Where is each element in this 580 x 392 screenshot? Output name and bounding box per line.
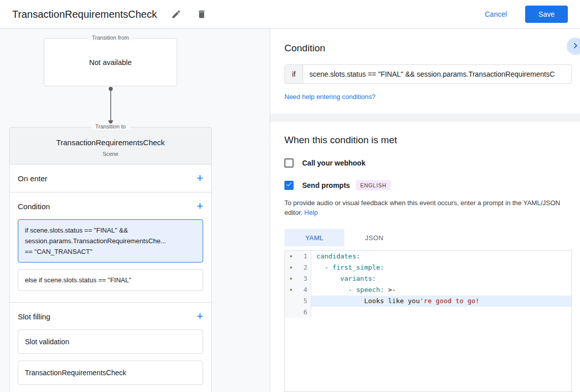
help-link[interactable]: Help (304, 209, 318, 216)
webhook-row: Call your webhook (284, 158, 572, 168)
condition-input-row: if (284, 64, 572, 84)
send-prompts-row: Send prompts ENGLISH (284, 180, 572, 190)
transition-from-box: Transition from Not available (44, 38, 177, 86)
fold-arrow-icon[interactable]: ▾ (285, 251, 297, 262)
fold-arrow-icon[interactable]: ▾ (285, 273, 297, 284)
page-title: TransactionRequirementsCheck (12, 9, 157, 20)
add-slot-icon[interactable]: + (197, 312, 203, 321)
transition-from-label: Transition from (88, 35, 133, 41)
condition-editor-panel: Condition if Need help entering conditio… (270, 29, 580, 392)
editor-tabs: YAMLJSON (284, 229, 572, 246)
code-line[interactable]: 6 (285, 307, 571, 318)
slot-filling-label: Slot filling (18, 312, 50, 321)
condition-item[interactable]: if scene.slots.status == "FINAL" &&sessi… (18, 219, 203, 263)
code-line[interactable]: 5 Looks like you're good to go! (285, 296, 571, 307)
scene-type-label: Scene (18, 151, 203, 157)
line-number: 1 (297, 251, 311, 262)
title-group: TransactionRequirementsCheck (12, 8, 208, 20)
fold-arrow-icon[interactable]: ▾ (285, 284, 297, 296)
condition-section-label: Condition (18, 202, 50, 211)
code-line[interactable]: ▾2 - first_simple: (285, 262, 571, 273)
code-text: Looks like you're good to go! (311, 296, 571, 307)
language-badge: ENGLISH (356, 180, 391, 190)
code-line[interactable]: ▾4 - speech: >- (285, 284, 571, 296)
chevron-right-icon (570, 40, 580, 53)
trash-icon (197, 9, 207, 19)
code-editor[interactable]: ▾1candidates:▾2 - first_simple:▾3 varian… (284, 250, 572, 392)
line-number: 6 (297, 307, 311, 318)
line-number: 2 (297, 262, 311, 273)
slot-filling-item[interactable]: Slot validation (18, 330, 203, 354)
scene-graph-panel: Transition from Not available Transition… (0, 29, 270, 392)
prompt-description-text: To provide audio or visual feedback when… (284, 199, 560, 216)
slot-filling-section: Slot filling + Slot validationTransactio… (10, 303, 211, 392)
webhook-label: Call your webhook (302, 159, 365, 167)
if-label: if (285, 65, 303, 83)
condition-item[interactable]: else if scene.slots.status == "FINAL" (18, 269, 203, 291)
condition-editor-title: Condition (284, 43, 572, 54)
fold-gutter (285, 296, 297, 307)
check-icon (285, 181, 293, 190)
header-actions: Cancel Save (485, 6, 568, 23)
add-on-enter-icon[interactable]: + (197, 174, 203, 183)
condition-section: Condition + if scene.slots.status == "FI… (10, 192, 211, 303)
send-prompts-checkbox[interactable] (284, 181, 294, 190)
section-divider (270, 114, 580, 122)
tab-json[interactable]: JSON (344, 229, 404, 246)
edit-title-button[interactable] (170, 8, 182, 20)
slot-filling-item[interactable]: TransactionRequirementsCheck (18, 361, 203, 385)
add-condition-icon[interactable]: + (197, 202, 203, 211)
transition-from-value: Not available (89, 58, 132, 67)
on-enter-section[interactable]: On enter + (10, 165, 211, 192)
tab-yaml[interactable]: YAML (284, 229, 344, 246)
transition-to-label: Transition to (91, 123, 130, 129)
code-text: - first_simple: (311, 262, 571, 273)
code-text: candidates: (311, 251, 571, 262)
code-text (311, 307, 571, 318)
webhook-checkbox[interactable] (284, 158, 294, 168)
code-line[interactable]: ▾1candidates: (285, 251, 571, 262)
slot-item-list: Slot validationTransactionRequirementsCh… (18, 330, 203, 385)
transition-to-card: Transition to TransactionRequirementsChe… (9, 127, 212, 392)
condition-editor-section: Condition if Need help entering conditio… (270, 29, 580, 114)
code-text: variants: (311, 273, 571, 284)
when-condition-title: When this condition is met (284, 135, 572, 146)
collapse-panel-button[interactable] (567, 38, 580, 55)
delete-scene-button[interactable] (196, 8, 208, 20)
transition-arrow-icon (9, 86, 212, 127)
top-bar: TransactionRequirementsCheck Cancel Save (0, 0, 580, 29)
condition-expression-input[interactable] (303, 65, 571, 83)
pencil-icon (171, 9, 181, 19)
line-number: 3 (297, 273, 311, 284)
prompt-description: To provide audio or visual feedback when… (284, 198, 572, 217)
code-line[interactable]: ▾3 variants: (285, 273, 571, 284)
scene-name: TransactionRequirementsCheck (18, 138, 203, 147)
cancel-button[interactable]: Cancel (485, 10, 507, 18)
save-button[interactable]: Save (525, 6, 568, 23)
condition-item-list: if scene.slots.status == "FINAL" &&sessi… (18, 219, 203, 291)
fold-arrow-icon[interactable]: ▾ (285, 262, 297, 273)
condition-help-link[interactable]: Need help entering conditions? (284, 93, 375, 101)
app-window: TransactionRequirementsCheck Cancel Save… (0, 0, 580, 392)
line-number: 5 (297, 296, 311, 307)
line-number: 4 (297, 284, 311, 296)
fold-gutter (285, 307, 297, 318)
on-enter-label: On enter (18, 174, 47, 183)
code-text: - speech: >- (311, 284, 571, 296)
send-prompts-label: Send prompts (302, 181, 350, 189)
scene-card-header[interactable]: TransactionRequirementsCheck Scene (10, 127, 211, 165)
handler-section: When this condition is met Call your web… (270, 122, 580, 392)
